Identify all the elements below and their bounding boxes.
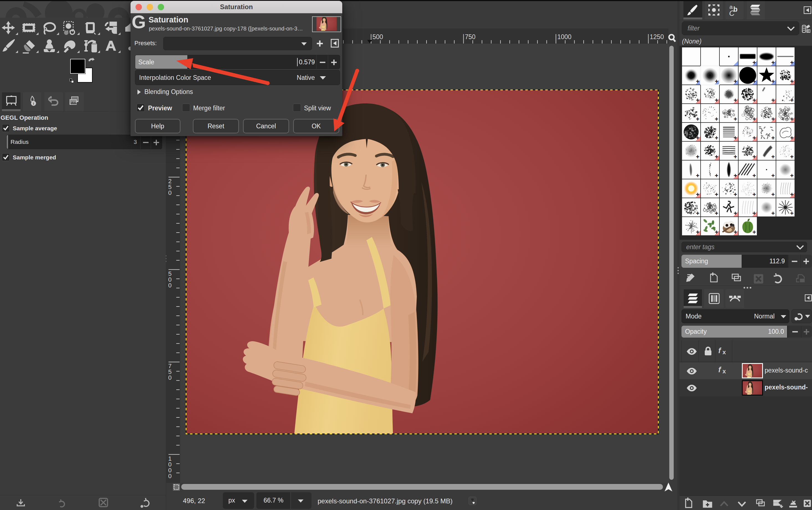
svg-text:0: 0 [168, 374, 172, 381]
svg-text:+: + [771, 153, 775, 160]
svg-text:+: + [733, 172, 737, 179]
svg-text:+: + [771, 78, 775, 85]
svg-text:+: + [733, 191, 737, 198]
svg-text:+: + [752, 78, 756, 85]
svg-text:+: + [733, 153, 737, 160]
svg-text:+: + [752, 210, 756, 217]
svg-text:+: + [715, 116, 718, 122]
svg-text:750: 750 [465, 33, 475, 40]
svg-text:+: + [790, 172, 794, 179]
svg-text:+: + [696, 153, 699, 160]
svg-text:+: + [790, 78, 794, 85]
svg-text:+: + [715, 191, 718, 198]
svg-text:1000: 1000 [557, 33, 572, 40]
svg-text:0: 0 [168, 189, 172, 196]
svg-text:+: + [733, 135, 737, 141]
svg-text:+: + [715, 97, 718, 104]
svg-text:0: 0 [168, 282, 172, 289]
svg-text:+: + [790, 135, 794, 141]
svg-text:+: + [771, 210, 775, 217]
svg-text:+: + [752, 97, 756, 104]
svg-text:+: + [790, 97, 794, 104]
svg-text:+: + [733, 116, 737, 122]
svg-text:+: + [715, 78, 718, 85]
svg-text:+: + [771, 191, 775, 198]
svg-text:+: + [790, 116, 794, 122]
svg-text:+: + [771, 172, 775, 179]
svg-text:+: + [752, 229, 756, 235]
svg-text:+: + [696, 135, 699, 141]
svg-text:+: + [696, 78, 699, 85]
svg-text:+: + [733, 210, 737, 217]
svg-text:+: + [752, 153, 756, 160]
svg-text:+: + [790, 210, 794, 217]
svg-text:+: + [696, 116, 699, 122]
svg-text:0: 0 [168, 473, 172, 480]
svg-text:+: + [752, 116, 756, 122]
svg-text:+: + [715, 229, 718, 235]
svg-text:+: + [696, 229, 699, 235]
svg-text:+: + [696, 172, 699, 179]
svg-text:+: + [790, 153, 794, 160]
svg-text:+: + [715, 210, 718, 217]
svg-text:+: + [790, 191, 794, 198]
svg-text:+: + [696, 210, 699, 217]
svg-text:1250: 1250 [650, 33, 664, 40]
svg-text:+: + [752, 191, 756, 198]
svg-text:+: + [715, 135, 718, 141]
svg-text:+: + [696, 97, 699, 104]
svg-text:+: + [771, 135, 775, 141]
svg-text:+: + [752, 135, 756, 141]
svg-text:+: + [696, 191, 699, 198]
svg-text:+: + [715, 153, 718, 160]
svg-text:i: i [33, 102, 34, 106]
svg-text:+: + [752, 59, 756, 66]
svg-text:+: + [771, 59, 775, 66]
svg-text:+: + [715, 172, 718, 179]
svg-text:+: + [752, 172, 756, 179]
svg-text:+: + [771, 116, 775, 122]
svg-text:+: + [733, 78, 737, 85]
svg-text:500: 500 [373, 33, 383, 40]
svg-text:+: + [790, 59, 794, 66]
svg-text:+: + [733, 97, 737, 104]
svg-text:+: + [771, 97, 775, 104]
svg-text:+: + [733, 229, 737, 235]
